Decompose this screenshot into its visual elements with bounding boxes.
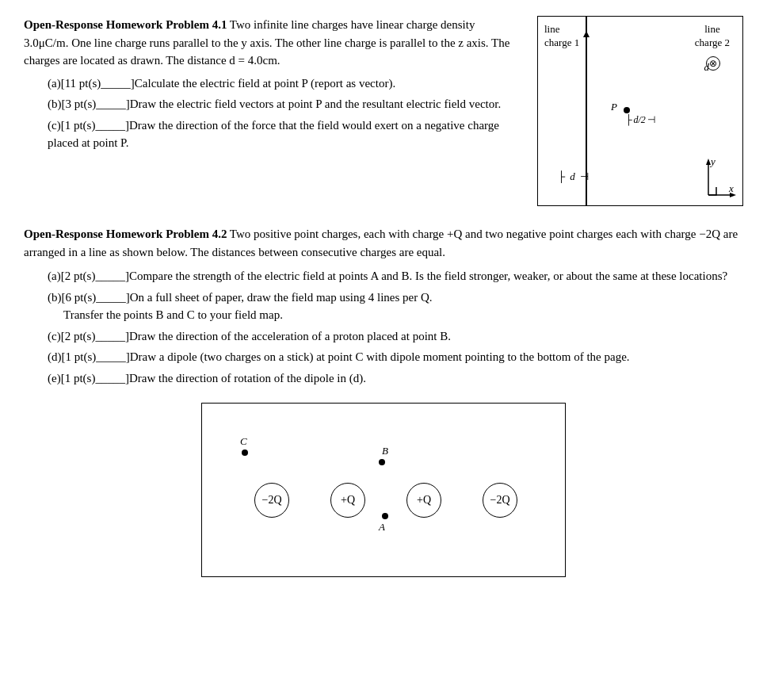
d-bottom-label: d	[570, 170, 575, 183]
part-b-text: On a full sheet of paper, draw the field…	[130, 291, 433, 304]
part-a-label: (a)[2 pt(s)_____]	[48, 270, 129, 282]
problem-42-part-b: (b)[6 pt(s)_____]On a full sheet of pape…	[48, 289, 743, 324]
arrow-up-indicator	[583, 31, 590, 37]
point-c-container: C	[242, 449, 248, 456]
charge-posq-left-label: +Q	[341, 494, 355, 507]
p-dot	[624, 107, 630, 113]
part-b-subtext: Transfer the points B and C to your fiel…	[63, 308, 283, 321]
problem-42: Open-Response Homework Problem 4.2 Two p…	[24, 225, 743, 577]
charge-posq-left: +Q	[330, 483, 365, 518]
problem-41: Open-Response Homework Problem 4.1 Two i…	[24, 16, 743, 206]
b-label: B	[382, 445, 388, 457]
part-e-label: (e)[1 pt(s)_____]	[48, 372, 129, 384]
svg-text:y: y	[709, 155, 715, 167]
p-label: P	[611, 101, 617, 113]
problem-42-intro-block: Open-Response Homework Problem 4.2 Two p…	[24, 225, 743, 261]
part-d-label: (d)[1 pt(s)_____]	[48, 350, 130, 363]
problem-41-part-a: (a)[11 pt(s)_____]Calculate the electric…	[48, 75, 521, 93]
c-label: C	[240, 435, 247, 448]
part-e-text: Draw the direction of rotation of the di…	[129, 372, 366, 384]
charge-neg2q-right: −2Q	[483, 483, 517, 518]
problem-42-part-d: (d)[1 pt(s)_____]Draw a dipole (two char…	[48, 348, 743, 366]
diagram-42-container: C B −2Q +Q A +Q	[24, 403, 743, 577]
problem-41-title: Open-Response Homework Problem 4.1	[24, 18, 227, 31]
problem-42-title: Open-Response Homework Problem 4.2	[24, 228, 227, 240]
problem-42-part-c: (c)[2 pt(s)_____]Draw the direction of t…	[48, 327, 743, 346]
part-a-text: Compare the strength of the electric fie…	[129, 270, 727, 282]
charge-neg2q-left: −2Q	[254, 483, 289, 518]
problem-41-part-b: (b)[3 pt(s)_____]Draw the electric field…	[48, 95, 521, 113]
charge-neg2q-right-label: −2Q	[490, 494, 509, 507]
arrow-up-icon	[583, 31, 590, 37]
problem-41-text: Open-Response Homework Problem 4.1 Two i…	[24, 16, 521, 155]
part-b-text: Draw the electric field vectors at point…	[130, 98, 501, 110]
svg-text:x: x	[728, 182, 734, 194]
problem-42-parts: (a)[2 pt(s)_____]Compare the strength of…	[48, 267, 743, 387]
coordinate-axes: y x	[693, 155, 736, 199]
diagram-42: C B −2Q +Q A +Q	[201, 403, 566, 577]
part-b-label: (b)[3 pt(s)_____]	[48, 98, 130, 110]
part-c-label: (c)[2 pt(s)_____]	[48, 330, 129, 342]
part-c-text: Draw the direction of the acceleration o…	[129, 330, 451, 342]
point-a-container: A	[382, 513, 388, 519]
part-a-label: (a)[11 pt(s)_____]	[48, 77, 135, 90]
c-dot	[242, 449, 248, 456]
point-b-container: B	[379, 459, 385, 465]
problem-41-parts: (a)[11 pt(s)_____]Calculate the electric…	[48, 75, 521, 152]
problem-42-part-a: (a)[2 pt(s)_____]Compare the strength of…	[48, 267, 743, 285]
problem-41-part-c: (c)[1 pt(s)_____]Draw the direction of t…	[48, 117, 521, 152]
part-d-text: Draw a dipole (two charges on a stick) a…	[130, 350, 630, 363]
problem-42-part-e: (e)[1 pt(s)_____]Draw the direction of r…	[48, 369, 743, 388]
part-b-label: (b)[6 pt(s)_____]	[48, 291, 130, 304]
b-dot	[379, 459, 385, 465]
d-bottom-indicator: ├ d ⊣	[558, 170, 589, 183]
part-a-text: Calculate the electric field at point P …	[135, 77, 395, 90]
d2-indicator: ├ d/2 ⊣	[625, 114, 655, 126]
d2-label: d/2	[634, 114, 646, 126]
a-dot	[382, 513, 388, 519]
charge-posq-right: +Q	[406, 483, 441, 518]
line-charge-1-label: linecharge 1	[544, 23, 579, 50]
part-c-label: (c)[1 pt(s)_____]	[48, 119, 129, 132]
line-charge-2-label: linecharge 2	[695, 23, 730, 50]
diagram-41: linecharge 1 linecharge 2 ⊗ d P ├	[537, 16, 743, 206]
problem-41-header: Open-Response Homework Problem 4.1 Two i…	[24, 16, 743, 206]
a-label: A	[379, 521, 385, 534]
charge-posq-right-label: +Q	[417, 494, 431, 507]
charge-neg2q-left-label: −2Q	[261, 494, 281, 507]
d-label-right: d	[704, 61, 710, 74]
